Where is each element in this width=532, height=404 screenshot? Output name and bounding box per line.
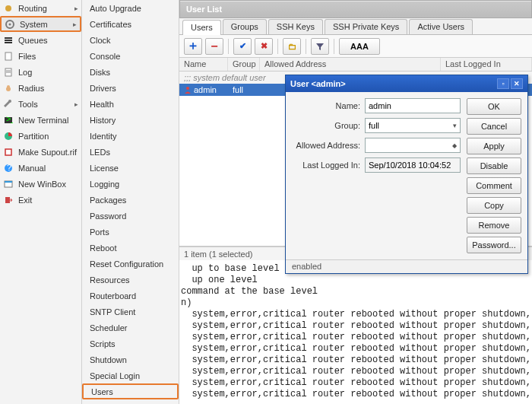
submenu-item-logging[interactable]: Logging — [82, 176, 179, 192]
separator — [334, 39, 334, 54]
submenu-item-reset-configuration[interactable]: Reset Configuration — [82, 256, 179, 272]
terminal-icon: >_ — [3, 115, 14, 126]
submenu-item-leds[interactable]: LEDs — [82, 144, 179, 160]
submenu-item-reboot[interactable]: Reboot — [82, 240, 179, 256]
submenu-item-ports[interactable]: Ports — [82, 224, 179, 240]
submenu-item-scripts[interactable]: Scripts — [82, 336, 179, 352]
col-allowed-address[interactable]: Allowed Address — [260, 58, 441, 71]
sidebar-item-routing[interactable]: Routing▸ — [0, 0, 81, 16]
minimize-icon[interactable]: ▫ — [497, 78, 509, 89]
remove-button[interactable]: − — [205, 38, 223, 55]
sidebar-item-label: New WinBox — [18, 180, 66, 189]
gear-icon — [5, 19, 15, 30]
sidebar-item-label: Manual — [18, 164, 46, 173]
tab-active-users[interactable]: Active Users — [409, 19, 473, 34]
filter-button[interactable] — [311, 38, 329, 55]
select-group[interactable]: full — [365, 118, 461, 133]
input-name[interactable]: admin — [365, 98, 461, 113]
sidebar-item-radius[interactable]: Radius — [0, 80, 81, 96]
sidebar-item-queues[interactable]: Queues — [0, 32, 81, 48]
comment-button[interactable]: 🗀 — [283, 38, 301, 55]
sidebar-item-label: New Terminal — [18, 116, 68, 125]
exit-icon — [3, 195, 14, 205]
submenu-item-license[interactable]: License — [82, 160, 179, 176]
sidebar-item-partition[interactable]: Partition — [0, 128, 81, 144]
dialog-form: Name:admin Group:full Allowed Address: L… — [292, 98, 461, 253]
submenu-item-resources[interactable]: Resources — [82, 272, 179, 288]
submenu-item-packages[interactable]: Packages — [82, 192, 179, 208]
submenu-item-history[interactable]: History — [82, 112, 179, 128]
cell-name: admin — [194, 85, 217, 94]
svg-point-21 — [186, 87, 189, 90]
submenu-item-certificates[interactable]: Certificates — [82, 16, 179, 32]
submenu-item-users[interactable]: Users — [82, 383, 179, 399]
dialog-titlebar[interactable]: User <admin> ▫ ✕ — [286, 75, 527, 92]
sidebar: Routing▸ System▸ Queues Files Log Radius… — [0, 0, 82, 404]
comment-button[interactable]: Comment — [467, 177, 521, 194]
submenu-item-password[interactable]: Password — [82, 208, 179, 224]
submenu-item-sntp-client[interactable]: SNTP Client — [82, 304, 179, 320]
sidebar-item-tools[interactable]: Tools▸ — [0, 96, 81, 112]
sidebar-item-log[interactable]: Log — [0, 64, 81, 80]
radius-icon — [3, 83, 14, 94]
sidebar-item-new-terminal[interactable]: >_New Terminal — [0, 112, 81, 128]
sidebar-item-system[interactable]: System▸ — [0, 16, 81, 32]
apply-button[interactable]: Apply — [467, 138, 521, 154]
file-icon — [3, 51, 14, 62]
ok-button[interactable]: OK — [467, 98, 521, 115]
userlist-title: User List — [179, 0, 532, 18]
cell-group: full — [228, 85, 260, 94]
submenu-item-health[interactable]: Health — [82, 96, 179, 112]
disable-button[interactable]: Disable — [467, 157, 521, 174]
copy-button[interactable]: Copy — [467, 197, 521, 214]
svg-rect-3 — [5, 37, 12, 39]
chevron-right-icon: ▸ — [74, 100, 78, 108]
aaa-button[interactable]: AAA — [339, 38, 380, 55]
tabs: UsersGroupsSSH KeysSSH Private KeysActiv… — [179, 18, 532, 35]
password--button[interactable]: Password... — [467, 237, 521, 253]
add-button[interactable]: ＋ — [184, 38, 202, 55]
enable-button[interactable]: ✔ — [233, 38, 252, 55]
user-dialog: User <admin> ▫ ✕ Name:admin Group:full A… — [285, 75, 528, 274]
label-last-logged: Last Logged In: — [292, 161, 365, 170]
sidebar-item-manual[interactable]: ?Manual — [0, 160, 81, 176]
col-last-logged[interactable]: Last Logged In — [441, 58, 532, 71]
submenu-item-console[interactable]: Console — [82, 48, 179, 64]
submenu-item-shutdown[interactable]: Shutdown — [82, 352, 179, 367]
sidebar-item-label: Routing — [18, 4, 47, 13]
log-output: up to base level up one level command at… — [179, 260, 532, 403]
submenu-item-routerboard[interactable]: Routerboard — [82, 288, 179, 304]
submenu-item-scheduler[interactable]: Scheduler — [82, 320, 179, 336]
disable-button[interactable]: ✖ — [255, 38, 273, 55]
user-icon — [184, 86, 192, 94]
svg-text:?: ? — [7, 164, 11, 172]
input-allowed-address[interactable] — [365, 138, 461, 153]
separator — [306, 39, 306, 54]
pie-icon — [3, 131, 14, 142]
close-icon[interactable]: ✕ — [511, 78, 523, 89]
cancel-button[interactable]: Cancel — [467, 118, 521, 135]
submenu-item-identity[interactable]: Identity — [82, 128, 179, 144]
sidebar-item-new-winbox[interactable]: New WinBox — [0, 176, 81, 192]
tab-users[interactable]: Users — [182, 20, 221, 35]
svg-rect-6 — [5, 52, 11, 60]
submenu-item-disks[interactable]: Disks — [82, 64, 179, 80]
remove-button[interactable]: Remove — [467, 217, 521, 234]
submenu-item-special-login[interactable]: Special Login — [82, 367, 179, 383]
submenu-item-clock[interactable]: Clock — [82, 32, 179, 48]
sidebar-item-label: Exit — [18, 196, 32, 205]
tab-groups[interactable]: Groups — [223, 19, 267, 34]
svg-point-11 — [7, 85, 10, 88]
list-header: Name Group Allowed Address Last Logged I… — [179, 58, 532, 72]
col-group[interactable]: Group — [228, 58, 260, 71]
submenu-item-drivers[interactable]: Drivers — [82, 80, 179, 96]
col-name[interactable]: Name — [179, 58, 228, 71]
svg-rect-4 — [5, 40, 12, 41]
sidebar-item-exit[interactable]: Exit — [0, 192, 81, 208]
sidebar-item-make-supout[interactable]: Make Supout.rif — [0, 144, 81, 160]
tab-ssh-keys[interactable]: SSH Keys — [268, 19, 323, 34]
submenu-item-auto-upgrade[interactable]: Auto Upgrade — [82, 0, 179, 16]
tab-ssh-private-keys[interactable]: SSH Private Keys — [325, 19, 407, 34]
submenu: Auto UpgradeCertificatesClockConsoleDisk… — [82, 0, 179, 404]
sidebar-item-files[interactable]: Files — [0, 48, 81, 64]
